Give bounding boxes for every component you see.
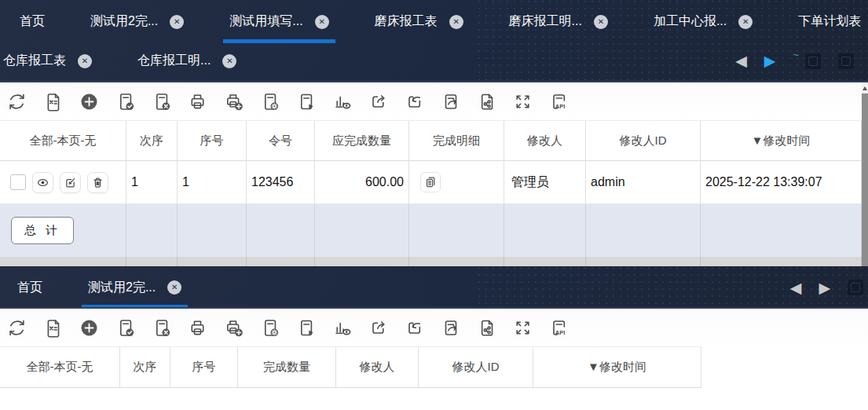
print-add-icon[interactable]	[223, 317, 244, 339]
close-icon[interactable]: ✕	[170, 15, 184, 29]
export-arrow-icon[interactable]	[368, 91, 389, 112]
total-empty-cell	[409, 204, 504, 257]
column-header-order-no[interactable]: 令号	[247, 121, 315, 160]
tab-warehouse-report[interactable]: 仓库报工表 ✕	[0, 43, 106, 79]
chart-view-icon[interactable]	[331, 317, 353, 339]
table-header-row: 全部-本页-无 次序 序号 令号 应完成数量 完成明细 修改人 修改人ID ▼修…	[0, 120, 862, 161]
fullscreen-icon[interactable]	[512, 317, 533, 339]
close-icon[interactable]: ✕	[594, 15, 608, 29]
excel-export-icon[interactable]	[42, 317, 64, 339]
tab-next-icon[interactable]: ▶	[819, 280, 830, 295]
column-header-qty-done[interactable]: 完成数量	[238, 347, 336, 387]
form-run-icon[interactable]	[295, 91, 317, 112]
print-icon[interactable]	[187, 91, 208, 112]
scrollbar-thumb[interactable]	[862, 93, 868, 269]
view-eye-icon[interactable]	[32, 172, 53, 193]
undo-icon[interactable]	[404, 317, 425, 339]
tab-warehouse-detail[interactable]: 仓库报工明... ✕	[123, 43, 251, 79]
excel-export-icon[interactable]	[42, 91, 64, 112]
tab-home[interactable]: 首页	[20, 0, 59, 43]
tab-machining-center[interactable]: 加工中心报... ✕	[639, 0, 767, 43]
vertical-scrollbar[interactable]	[862, 82, 868, 269]
close-icon[interactable]: ✕	[78, 54, 92, 68]
add-icon[interactable]	[79, 91, 100, 112]
column-header-order[interactable]: 次序	[120, 347, 170, 387]
share-icon[interactable]	[476, 91, 497, 112]
refresh-icon[interactable]	[6, 317, 27, 339]
refresh-icon[interactable]	[6, 91, 27, 112]
fullscreen-icon[interactable]	[512, 91, 533, 112]
total-empty-cell	[586, 204, 701, 257]
add-icon[interactable]	[79, 317, 100, 339]
row-checkbox[interactable]	[10, 174, 26, 190]
column-header-seq[interactable]: 序号	[178, 121, 247, 160]
column-header-qty-due[interactable]: 应完成数量	[315, 121, 409, 160]
tab-label: 下单计划表	[798, 13, 861, 30]
tab-bar-bottom: 首页 测试用2完... ✕ ◀ ▶	[0, 266, 868, 309]
chart-view-icon[interactable]	[331, 91, 353, 112]
form-delete-icon[interactable]	[151, 91, 172, 112]
tab-grinder-detail[interactable]: 磨床报工明... ✕	[495, 0, 622, 43]
delete-trash-icon[interactable]	[87, 172, 108, 193]
cell-order: 1	[126, 161, 178, 203]
close-icon[interactable]: ✕	[738, 15, 753, 29]
row-actions-cell	[0, 161, 126, 203]
app-window: 首页 测试用2完... ✕ 测试用填写... ✕ 磨床报工表 ✕ 磨床报工明..…	[0, 0, 868, 410]
column-header-modifier[interactable]: 修改人	[336, 347, 419, 387]
form-forward-icon[interactable]	[440, 317, 461, 339]
column-header-order[interactable]: 次序	[126, 121, 178, 160]
form-settings-icon[interactable]	[259, 91, 280, 112]
form-run-icon[interactable]	[295, 317, 317, 339]
strip-cell	[701, 257, 862, 266]
column-header-modified-time[interactable]: ▼修改时间	[701, 121, 862, 160]
panel-top: 首页 测试用2完... ✕ 测试用填写... ✕ 磨床报工表 ✕ 磨床报工明..…	[0, 0, 868, 266]
form-delete-icon[interactable]	[151, 317, 172, 339]
column-header-modifier-id[interactable]: 修改人ID	[586, 121, 701, 160]
close-icon[interactable]: ✕	[222, 54, 236, 68]
column-header-select[interactable]: 全部-本页-无	[0, 121, 126, 160]
tab-next-icon[interactable]: ▶	[764, 53, 776, 68]
total-empty-cell	[701, 204, 862, 257]
print-icon[interactable]	[187, 317, 208, 339]
form-check-icon[interactable]	[115, 91, 136, 112]
column-header-detail[interactable]: 完成明细	[409, 121, 504, 160]
tab-label: 测试用2完...	[88, 280, 156, 296]
share-icon[interactable]	[476, 317, 497, 339]
copy-icon[interactable]	[420, 172, 441, 192]
scroll-up-icon[interactable]	[862, 82, 868, 93]
tab-row: 首页 测试用2完... ✕ ◀ ▶	[0, 266, 868, 309]
tab-label: 首页	[20, 13, 45, 30]
horizontal-scroll-strip[interactable]	[0, 257, 862, 266]
cell-detail	[409, 161, 504, 203]
tab-prev-icon[interactable]: ◀	[735, 53, 747, 68]
print-add-icon[interactable]	[223, 91, 244, 112]
close-icon[interactable]: ✕	[449, 15, 463, 29]
total-button[interactable]: 总 计	[11, 217, 74, 244]
tab-test2[interactable]: 测试用2完... ✕	[76, 0, 198, 43]
api-icon[interactable]: API	[548, 317, 570, 339]
close-icon[interactable]: ✕	[167, 280, 181, 295]
strip-cell	[126, 257, 178, 266]
column-header-select[interactable]: 全部-本页-无	[0, 347, 120, 387]
export-arrow-icon[interactable]	[368, 317, 389, 339]
edit-icon[interactable]	[60, 172, 81, 193]
tab-test2-2[interactable]: 测试用2完... ✕	[74, 266, 196, 309]
form-check-icon[interactable]	[115, 317, 136, 339]
tab-prev-icon[interactable]: ◀	[790, 280, 802, 295]
tab-grinder-report[interactable]: 磨床报工表 ✕	[361, 0, 478, 43]
tab-home-2[interactable]: 首页	[17, 266, 57, 309]
column-header-modified-time[interactable]: ▼修改时间	[533, 347, 701, 387]
close-icon[interactable]: ✕	[315, 15, 329, 29]
column-header-modifier-id[interactable]: 修改人ID	[419, 347, 533, 387]
undo-icon[interactable]	[404, 91, 425, 112]
column-header-modifier[interactable]: 修改人	[504, 121, 586, 160]
column-header-seq[interactable]: 序号	[170, 347, 238, 387]
cell-seq: 1	[178, 161, 247, 203]
form-forward-icon[interactable]	[440, 91, 461, 112]
tab-test-fill[interactable]: 测试用填写... ✕	[215, 0, 342, 43]
api-icon[interactable]: API	[548, 91, 570, 112]
strip-cell	[315, 257, 409, 266]
tab-order-plan[interactable]: 下单计划表 ✕	[784, 0, 868, 43]
strip-cell	[247, 257, 315, 266]
form-settings-icon[interactable]	[259, 317, 280, 339]
